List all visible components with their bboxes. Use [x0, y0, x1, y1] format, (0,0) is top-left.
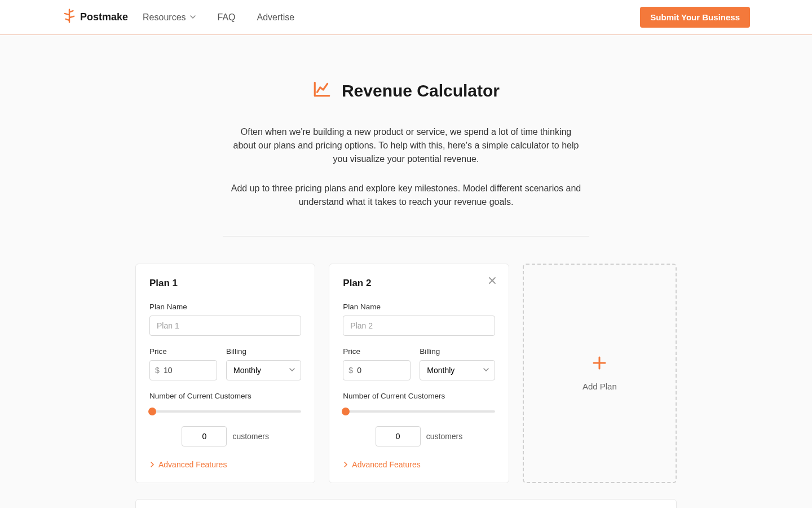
price-input[interactable]	[343, 360, 411, 380]
nav-faq-label: FAQ	[218, 12, 236, 23]
hero: Revenue Calculator Often when we're buil…	[118, 35, 694, 237]
add-plan-button[interactable]: Add Plan	[523, 264, 677, 483]
plans-row: Plan 1 Plan Name Price $ Billing	[135, 264, 677, 483]
plan-name-input[interactable]	[343, 316, 495, 336]
currency-symbol: $	[348, 366, 353, 375]
billing-select[interactable]	[226, 360, 301, 380]
customers-label: Number of Current Customers	[149, 392, 301, 400]
customers-slider[interactable]	[343, 410, 495, 413]
price-label: Price	[149, 347, 217, 356]
plan-card-title: Plan 2	[343, 278, 495, 289]
currency-symbol: $	[155, 366, 160, 375]
chart-line-icon	[312, 80, 332, 102]
nav-resources-label: Resources	[143, 12, 186, 23]
advanced-features-label: Advanced Features	[158, 460, 227, 469]
customers-count-input[interactable]	[376, 426, 421, 446]
chevron-right-icon	[343, 460, 348, 469]
advanced-features-toggle[interactable]: Advanced Features	[149, 460, 301, 469]
plus-icon	[592, 356, 607, 373]
nav-advertise[interactable]: Advertise	[257, 12, 295, 23]
advanced-features-label: Advanced Features	[352, 460, 420, 469]
submit-business-button[interactable]: Submit Your Business	[640, 7, 750, 28]
chevron-down-icon	[189, 12, 196, 23]
customers-suffix: customers	[426, 432, 463, 441]
page-title: Revenue Calculator	[342, 81, 500, 100]
plan-name-label: Plan Name	[343, 303, 495, 311]
close-icon	[488, 277, 496, 286]
price-input[interactable]	[149, 360, 217, 380]
close-plan-button[interactable]	[488, 277, 496, 287]
header: Postmake Resources FAQ Advertise Submit …	[0, 0, 812, 35]
customers-label: Number of Current Customers	[343, 392, 495, 400]
brand-name: Postmake	[80, 11, 128, 23]
nav-advertise-label: Advertise	[257, 12, 295, 23]
page-title-row: Revenue Calculator	[118, 80, 694, 102]
customers-slider[interactable]	[149, 410, 301, 413]
billing-label: Billing	[420, 347, 495, 356]
results-panel	[135, 499, 677, 508]
hero-paragraph-1: Often when we're building a new product …	[228, 125, 584, 166]
add-plan-label: Add Plan	[582, 382, 617, 391]
plan-name-input[interactable]	[149, 316, 301, 336]
billing-select[interactable]	[420, 360, 495, 380]
nav-faq[interactable]: FAQ	[218, 12, 236, 23]
price-label: Price	[343, 347, 411, 356]
advanced-features-toggle[interactable]: Advanced Features	[343, 460, 495, 469]
main-nav: Resources FAQ Advertise	[143, 12, 294, 23]
divider	[223, 236, 589, 237]
plan-name-label: Plan Name	[149, 303, 301, 311]
plan-card-title: Plan 1	[149, 278, 301, 289]
customers-suffix: customers	[232, 432, 269, 441]
logo-icon	[62, 8, 77, 26]
customers-count-input[interactable]	[182, 426, 227, 446]
chevron-right-icon	[149, 460, 155, 469]
plan-card-2: Plan 2 Plan Name Price $ Billing	[329, 264, 509, 483]
brand-logo[interactable]: Postmake	[62, 8, 128, 26]
hero-paragraph-2: Add up to three pricing plans and explor…	[228, 182, 584, 209]
nav-resources[interactable]: Resources	[143, 12, 196, 23]
plan-card-1: Plan 1 Plan Name Price $ Billing	[135, 264, 315, 483]
billing-label: Billing	[226, 347, 301, 356]
